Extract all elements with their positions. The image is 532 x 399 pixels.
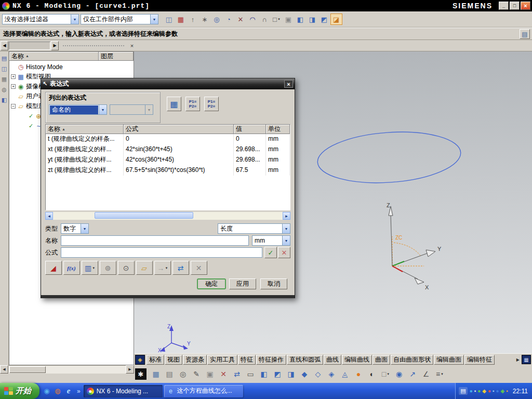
no-autoupdate-icon[interactable]: ◢ [45, 261, 62, 275]
toolbar-options-icon[interactable]: ▦ [522, 355, 531, 364]
restore-button[interactable]: □ [510, 2, 520, 10]
expression-row[interactable]: yt (规律曲线定义的样... 42*cos(360*t+45) 29.698.… [46, 155, 290, 165]
chevron-down-icon[interactable]: ▼ [150, 15, 158, 24]
datum-angle-icon[interactable]: ∠ [420, 368, 433, 380]
background-color-icon[interactable]: □ ▼ [379, 368, 392, 380]
tray-icon-9[interactable]: ▪ [506, 389, 508, 394]
center-snap-icon[interactable]: ◎ [211, 14, 223, 25]
taskbar-task[interactable]: e 这个方程曲线怎么... [164, 385, 243, 397]
cancel-button[interactable]: 取消 [260, 278, 287, 289]
ribbon-tab[interactable]: 编辑曲面 [434, 355, 464, 365]
interpart-find-icon[interactable]: ⊙ [118, 261, 135, 275]
table-hscrollbar[interactable]: ◀ ▶ [45, 212, 290, 220]
expression-name-input[interactable] [61, 235, 249, 246]
quick-launch-overflow-icon[interactable]: » [77, 388, 81, 395]
expression-row[interactable]: zt (规律曲线定义的样... 67.5+5*sin(360*t)*cos(36… [46, 165, 290, 176]
grid-snap-icon[interactable]: ▦ [175, 14, 187, 25]
ribbon-tab[interactable]: 特征操作 [256, 355, 286, 365]
endpoint-snap-icon[interactable]: ↑ [187, 14, 199, 25]
selection-filter-combo[interactable]: 没有选择过滤器 ▼ [2, 14, 79, 24]
orient-view-icon[interactable]: ◉ [393, 368, 406, 380]
cube-front-icon[interactable]: ◧ [258, 368, 271, 380]
export-expressions-icon[interactable]: → ▼ [154, 261, 171, 275]
view-cube-top-icon[interactable]: ◩ [318, 14, 330, 25]
tray-icon-8[interactable]: ◆ [501, 389, 505, 394]
layers-icon[interactable]: ▤ [163, 368, 176, 380]
measure-icon[interactable]: ▥ ▼ [82, 261, 98, 275]
close-button[interactable]: × [521, 2, 530, 10]
scrollbar-track[interactable] [53, 212, 283, 220]
shaded-view-icon[interactable]: ◪ [330, 14, 342, 25]
dialog-resize-bar[interactable] [41, 295, 295, 298]
new-window-icon[interactable]: ▭ [244, 368, 257, 380]
tray-icon-4[interactable]: ◆ [482, 389, 486, 394]
tray-icon-6[interactable]: ▪ [493, 389, 495, 394]
cube-top-icon[interactable]: ◩ [271, 368, 284, 380]
selection-rect-icon[interactable]: □ ▼ [271, 14, 283, 25]
tray-icon-3[interactable]: ● [477, 389, 481, 394]
cube-right-icon[interactable]: ◨ [285, 368, 298, 380]
delete-expression-icon[interactable]: ✕ [191, 261, 207, 275]
name-column-header[interactable]: 名称 ▲ [46, 125, 124, 134]
scroll-right-icon[interactable]: ▶ [283, 212, 290, 220]
wcs-triad[interactable]: Z Y X ZC [387, 202, 442, 290]
scroll-left-icon[interactable]: ◀ [0, 365, 8, 374]
tangent-snap-icon[interactable]: ∩ [259, 14, 271, 25]
interpart-reference-icon[interactable]: ⊚ [100, 261, 116, 275]
zoom-icon[interactable]: ◎ [177, 368, 190, 380]
roles-icon[interactable]: ◧ [2, 97, 7, 103]
back-button[interactable]: ◀ [1, 41, 8, 50]
shaded-wireframe-icon[interactable]: ◐ [366, 368, 379, 380]
ok-button[interactable]: 确定 [197, 278, 226, 289]
import-expressions-icon[interactable]: ▱ [136, 261, 153, 275]
information-panel-icon[interactable]: ▤ [520, 29, 530, 39]
tray-icon-1[interactable]: ● [470, 389, 473, 394]
chevron-down-icon[interactable]: ▼ [282, 236, 290, 245]
scrollbar-thumb[interactable] [9, 366, 46, 373]
checkmark-icon[interactable]: ✓ [29, 123, 33, 129]
language-bar-icon[interactable]: ▤ [459, 387, 467, 395]
function-editor-icon[interactable]: f(x) [63, 261, 80, 275]
unit-combo[interactable]: mm ▼ [252, 235, 290, 246]
ribbon-tab[interactable]: 直线和圆弧 [287, 355, 323, 365]
expression-row[interactable]: xt (规律曲线定义的样... 42*sin(360*t+45) 29.698.… [46, 144, 290, 155]
name-column-header[interactable]: 名称 ▲ [9, 52, 99, 61]
chevron-down-icon[interactable]: ▼ [71, 15, 78, 24]
cube-dimetric-icon[interactable]: ◈ [325, 368, 338, 380]
ribbon-tab[interactable]: 特征 [238, 355, 256, 365]
ribbon-tab[interactable]: 曲面 [373, 355, 390, 365]
value-view-icon[interactable]: P1= P2= [204, 97, 219, 111]
listed-expressions-combo[interactable]: 命名的 ▼ [49, 104, 107, 115]
apply-button[interactable]: 应用 [229, 278, 256, 289]
expander-icon[interactable]: + [11, 84, 16, 89]
ribbon-tab[interactable]: 资源条 [183, 355, 207, 365]
formula-column-header[interactable]: 公式 [124, 125, 234, 134]
tray-icon-2[interactable]: ▪ [474, 389, 476, 394]
reuse-library-icon[interactable]: ▦ [2, 76, 7, 82]
ribbon-tab[interactable]: 编辑曲线 [342, 355, 372, 365]
edit-pencil-icon[interactable]: ✎ [190, 368, 203, 380]
scrollbar-track[interactable] [8, 365, 126, 374]
close-toolbar-icon[interactable]: × [128, 42, 136, 49]
midpoint-snap-icon[interactable]: ∗ [199, 14, 211, 25]
expression-row[interactable]: t (规律曲线定义的样条... 0 0 mm [46, 134, 290, 144]
dimension-combo[interactable]: 长度 ▼ [218, 223, 290, 234]
work-part-icon[interactable]: ◫ [163, 14, 175, 25]
forward-button[interactable]: ▶ [51, 41, 59, 50]
expander-icon[interactable]: − [11, 104, 16, 109]
selection-scope-combo[interactable]: 仅在工作部件内部 ▼ [81, 14, 158, 24]
ribbon-tab[interactable]: 标准 [147, 355, 164, 365]
ribbon-tab[interactable]: 视图 [165, 355, 182, 365]
tray-icon-7[interactable]: ● [496, 389, 499, 394]
chevron-down-icon[interactable]: ▼ [81, 224, 88, 233]
ribbon-tab[interactable]: 实用工具 [207, 355, 237, 365]
render-sphere-icon[interactable]: ● [352, 368, 365, 380]
expression-formula-input[interactable] [61, 247, 262, 258]
quadrant-snap-icon[interactable]: ◔ [223, 14, 235, 25]
formula-view-icon[interactable]: P1= P2= [185, 97, 200, 111]
intersection-snap-icon[interactable]: ✕ [235, 14, 247, 25]
object-display-icon[interactable]: ▣ [204, 368, 217, 380]
minimize-button[interactable]: _ [499, 2, 509, 10]
more-tabs-icon[interactable]: ▶ [515, 357, 521, 362]
arrow-up-right-icon[interactable]: ↗ [406, 368, 419, 380]
